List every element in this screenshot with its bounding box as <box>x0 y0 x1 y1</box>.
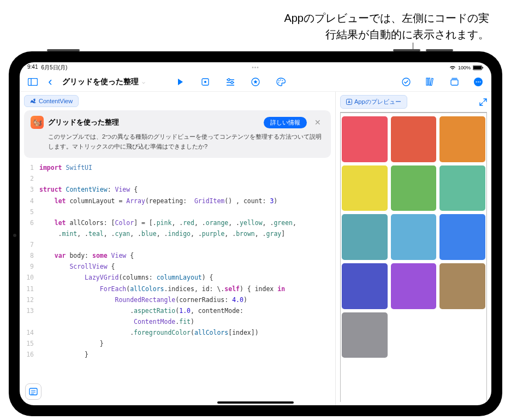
preview-chip[interactable]: A Appのプレビュー <box>340 95 407 109</box>
svg-point-17 <box>402 78 410 86</box>
multitask-dots[interactable]: ••• <box>252 64 259 70</box>
palette-icon[interactable] <box>273 74 288 90</box>
preview-chip-label: Appのプレビュー <box>354 98 401 106</box>
svg-point-25 <box>480 81 481 82</box>
back-button[interactable]: ‹ <box>43 74 58 90</box>
code-editor[interactable]: 1import SwiftUI 2 3struct ContentView: V… <box>24 162 331 360</box>
svg-point-10 <box>231 81 233 84</box>
svg-rect-3 <box>28 78 38 85</box>
app-preview-panel: A Appのプレビュー <box>335 92 491 405</box>
app-toolbar: ‹ グリッドを使った整理 ⌵ <box>20 72 491 92</box>
ipad-device-frame: ••• 9:41 6月5日(月) 100% ‹ グリッドを使った整理 <box>9 51 502 416</box>
svg-rect-19 <box>429 78 430 85</box>
library-icon[interactable] <box>423 74 438 90</box>
settings-sliders-icon[interactable] <box>223 74 238 90</box>
device-volume-down <box>426 49 453 51</box>
color-swatch <box>391 214 437 260</box>
status-date: 6月5日(月) <box>41 64 67 72</box>
svg-rect-18 <box>426 78 428 85</box>
svg-point-6 <box>204 81 206 83</box>
color-swatch <box>391 263 437 309</box>
battery-icon <box>473 65 484 70</box>
device-power-button <box>47 49 80 51</box>
more-icon[interactable] <box>471 74 486 90</box>
svg-point-24 <box>478 81 479 82</box>
tutorial-info-card: 🐿️ グリッドを使った整理 詳しい情報 ✕ このサンプルでは、2つの異なる種類の… <box>24 110 331 158</box>
expand-icon[interactable] <box>479 98 487 106</box>
notes-fab[interactable] <box>25 383 41 400</box>
svg-rect-1 <box>473 66 482 69</box>
home-indicator[interactable] <box>217 401 294 404</box>
color-swatch <box>439 214 485 260</box>
close-icon[interactable]: ✕ <box>311 118 324 127</box>
device-volume-up <box>393 49 420 51</box>
tutorial-icon: 🐿️ <box>31 116 44 129</box>
svg-point-16 <box>278 82 279 83</box>
svg-point-23 <box>476 81 477 82</box>
color-swatch <box>439 116 485 162</box>
tutorial-body: このサンプルでは、2つの異なる種類のグリッドビューを使ってコンテンツを整理する方… <box>48 132 324 151</box>
color-swatch <box>439 263 485 309</box>
checkmark-circle-icon[interactable] <box>399 74 414 90</box>
title-chevron-icon[interactable]: ⌵ <box>142 79 145 85</box>
chip-label: ContentView <box>39 98 73 104</box>
status-time: 9:41 <box>27 64 38 72</box>
svg-rect-2 <box>483 67 484 69</box>
document-title[interactable]: グリッドを使った整理 <box>62 77 139 87</box>
color-swatch <box>342 214 388 260</box>
color-swatch <box>342 312 388 358</box>
color-swatch <box>342 263 388 309</box>
device-camera <box>13 234 16 237</box>
svg-point-13 <box>278 80 280 81</box>
color-swatch <box>342 116 388 162</box>
more-info-button[interactable]: 詳しい情報 <box>264 117 307 128</box>
svg-point-8 <box>228 79 230 81</box>
file-chip-contentview[interactable]: ContentView <box>24 95 79 107</box>
color-swatch <box>391 165 437 211</box>
wifi-icon <box>449 65 456 70</box>
color-swatch <box>439 165 485 211</box>
color-swatch <box>391 116 437 162</box>
sidebar-toggle-icon[interactable] <box>25 74 40 90</box>
stop-icon[interactable] <box>198 74 213 90</box>
svg-text:A: A <box>348 100 350 104</box>
preview-canvas <box>340 112 487 402</box>
star-badge-icon[interactable] <box>248 74 263 90</box>
run-icon[interactable] <box>173 74 188 90</box>
color-swatch <box>342 165 388 211</box>
tutorial-title: グリッドを使った整理 <box>48 117 119 127</box>
svg-point-14 <box>280 79 281 80</box>
caption-line2: 行結果が自動的に表示されます。 <box>22 26 489 43</box>
caption-line1: Appのプレビューでは、左側にコードの実 <box>22 10 489 26</box>
svg-rect-20 <box>430 78 433 85</box>
card-stack-icon[interactable] <box>447 74 462 90</box>
swift-icon <box>30 98 37 104</box>
battery-text: 100% <box>458 65 471 70</box>
svg-point-15 <box>282 80 283 81</box>
svg-rect-21 <box>451 80 458 85</box>
app-preview-icon: A <box>346 99 352 105</box>
